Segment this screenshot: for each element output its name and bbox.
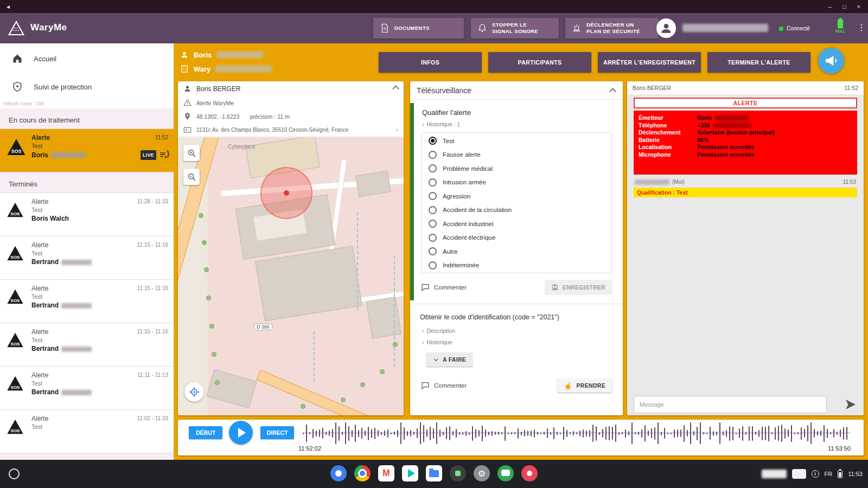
finished-alert-card[interactable]: SOS Alerte11:15 - 11:16 Test Bertrand xyxy=(0,236,174,280)
sos-triangle-icon: SOS xyxy=(7,375,24,391)
comment-link-2[interactable]: Commenter xyxy=(421,381,467,390)
emitter-redacted xyxy=(715,115,749,120)
status-dropdown-button[interactable]: A FAIRE xyxy=(426,352,473,367)
end-alert-button[interactable]: TERMINER L'ALERTE xyxy=(707,52,810,73)
save-button[interactable]: ENREGISTRER xyxy=(545,280,612,295)
overflow-menu-icon[interactable]: ⋮ xyxy=(857,22,866,33)
option-test[interactable]: Test xyxy=(422,134,611,148)
message-input[interactable] xyxy=(634,396,827,413)
location-pin-icon xyxy=(183,112,192,120)
maximize-icon[interactable]: □ xyxy=(843,0,846,13)
finished-alert-card[interactable]: SOS Alerte11:15 - 11:16 Test Bertrand xyxy=(0,323,174,367)
notification-pill[interactable] xyxy=(792,469,806,479)
finished-alert-card[interactable]: SOS Alerte11:15 - 11:16 Test Bertrand xyxy=(0,280,174,323)
minimize-icon[interactable]: – xyxy=(828,0,832,13)
audio-waveform[interactable] xyxy=(303,421,851,446)
play-button[interactable] xyxy=(229,421,253,445)
finished-alert-card[interactable]: SOS Alerte11:28 - 11:33 Test Boris Walch xyxy=(0,193,174,236)
option-accident-industriel[interactable]: Accident industriel xyxy=(422,217,611,231)
os-shelf: M ⚙ i FR 11:53 xyxy=(0,460,868,488)
settings-icon[interactable]: ⚙ xyxy=(474,465,490,481)
option-fausse-alerte[interactable]: Fausse alerte xyxy=(422,148,611,162)
audio-start-time: 11:52:02 xyxy=(298,445,321,452)
crosshair-icon xyxy=(189,387,200,397)
radio-icon xyxy=(429,220,437,228)
terminal-app-icon[interactable] xyxy=(450,465,466,481)
sidebar-item-suivi-protection[interactable]: Suivi de protection xyxy=(0,76,174,98)
svg-text:SOS: SOS xyxy=(11,342,21,346)
radio-icon xyxy=(429,247,437,255)
option-probleme-medical[interactable]: Problème médical xyxy=(422,162,611,176)
back-arrow-icon[interactable]: ◄ xyxy=(5,4,11,10)
history-link[interactable]: ›Historique : 1 xyxy=(422,121,460,127)
tree-icon xyxy=(393,342,398,347)
history-link-2[interactable]: ›Historique xyxy=(422,339,452,345)
option-intrusion-armee[interactable]: Intrusion armée xyxy=(422,176,611,190)
chat-app-icon[interactable] xyxy=(330,465,347,481)
radio-icon xyxy=(429,151,437,159)
battery-icon xyxy=(837,18,844,29)
map-panel: Boris BERGER Alerte WaryMe 48.1302, -1.6… xyxy=(178,81,404,415)
svg-text:SOS: SOS xyxy=(11,298,21,303)
svg-text:SOS: SOS xyxy=(11,255,21,260)
zoom-out-button[interactable] xyxy=(183,169,200,185)
audio-live-button[interactable]: DIRECT xyxy=(260,426,294,439)
clock: 11:53 xyxy=(848,471,863,477)
send-icon xyxy=(844,398,857,411)
active-alert-card[interactable]: SOS Alerte11:52 Test Boris LIVE ) xyxy=(0,129,174,172)
play-store-icon[interactable] xyxy=(402,465,418,481)
security-plan-button[interactable]: DÉCLENCHER UN PLAN DE SÉCURITÉ xyxy=(565,18,659,38)
connection-status: Connecté xyxy=(779,25,810,31)
documents-button[interactable]: DOCUMENTS xyxy=(373,18,464,38)
stop-sound-button[interactable]: STOPPER LE SIGNAL SONORE xyxy=(471,18,559,38)
my-location-button[interactable] xyxy=(184,382,204,402)
audio-start-button[interactable]: DÉBUT xyxy=(189,426,222,439)
live-badge: LIVE xyxy=(141,150,156,160)
take-button[interactable]: ☝ PRENDRE xyxy=(557,378,612,393)
code-title: Obtenir le code d'identification (code =… xyxy=(420,313,559,321)
user-avatar-icon[interactable] xyxy=(656,18,676,38)
option-agression[interactable]: Agression xyxy=(422,189,611,203)
battery-status: FULL xyxy=(835,18,845,33)
map-canvas[interactable]: Cyberplace D 386 xyxy=(178,137,404,415)
hand-icon: ☝ xyxy=(564,383,573,389)
tree-icon xyxy=(341,397,346,402)
app-header: WaryMe DOCUMENTS STOPPER LE SIGNAL SONOR… xyxy=(0,13,868,43)
finished-alert-card[interactable]: SOS Alerte11:02 - 11:33 Test xyxy=(0,410,174,453)
zoom-in-button[interactable] xyxy=(183,145,200,161)
collapse-chevron-icon[interactable] xyxy=(392,85,399,92)
megaphone-button[interactable] xyxy=(818,48,844,74)
siren-icon xyxy=(572,23,582,33)
option-accident-electrique[interactable]: Accident électrique xyxy=(422,231,611,245)
files-app-icon[interactable] xyxy=(426,465,442,481)
media-app-icon[interactable] xyxy=(521,465,538,481)
alert-banner: ALERTE xyxy=(634,98,857,108)
map-alert-type-row: Alerte WaryMe xyxy=(178,96,404,110)
option-accident-circulation[interactable]: Accident de la circulation xyxy=(422,203,611,217)
infos-button[interactable]: INFOS xyxy=(379,52,482,73)
sidebar-item-accueil[interactable]: Accueil xyxy=(0,48,174,69)
audio-end-time: 11:53:50 xyxy=(828,445,851,452)
participants-button[interactable]: PARTICIPANTS xyxy=(488,52,591,73)
chevron-right-icon[interactable]: › xyxy=(397,126,399,133)
phone-redacted xyxy=(713,123,751,128)
save-icon xyxy=(551,284,559,291)
finished-alert-card[interactable]: SOS Alerte11:11 - 11:13 Test Bertrand xyxy=(0,367,174,410)
option-indeterminee[interactable]: Indéterminée xyxy=(422,259,611,273)
person-name-redacted xyxy=(61,260,92,265)
messages-app-icon[interactable] xyxy=(497,465,514,481)
map-person-row: Boris BERGER xyxy=(178,81,404,96)
collapse-chevron-icon[interactable] xyxy=(609,88,616,95)
chat-panel: Boris BERGER 11:52 ALERTE ÉmetteurBoris … xyxy=(627,81,864,415)
comment-link[interactable]: Commenter xyxy=(421,283,467,292)
address-card-icon xyxy=(183,126,192,134)
gmail-icon[interactable]: M xyxy=(378,465,394,481)
option-autre[interactable]: Autre xyxy=(422,245,611,259)
status-tray[interactable]: i FR 11:53 xyxy=(762,460,863,488)
chrome-icon[interactable] xyxy=(354,465,371,481)
description-link[interactable]: ›Description xyxy=(422,328,455,334)
send-button[interactable] xyxy=(844,398,857,411)
close-icon[interactable]: × xyxy=(857,0,860,13)
stop-recording-button[interactable]: ARRÊTER L'ENREGISTREMENT xyxy=(598,52,701,73)
launcher-button[interactable] xyxy=(9,468,20,479)
